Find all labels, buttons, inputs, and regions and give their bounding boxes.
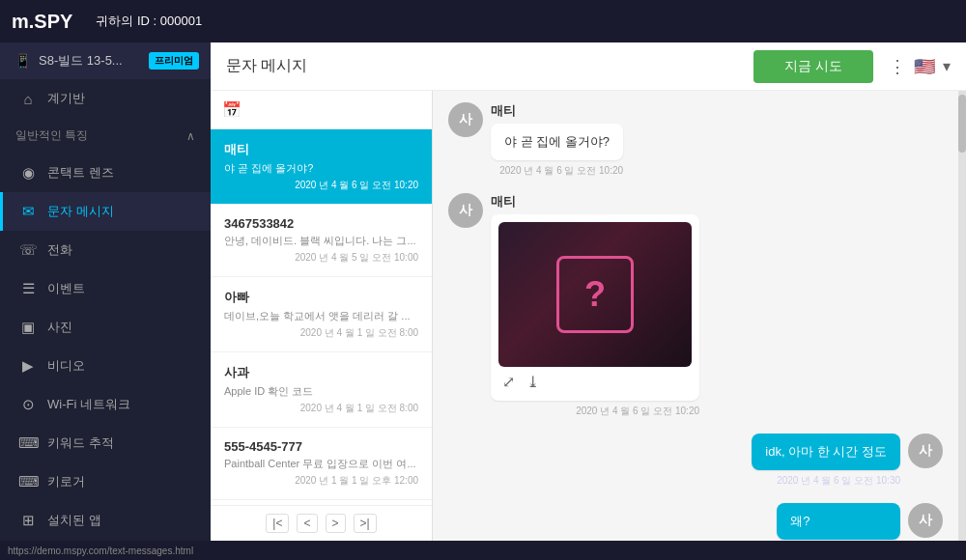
device-label: S8-빌드 13-5... xyxy=(39,52,149,70)
conv-item[interactable]: 아빠 데이브,오늘 학교에서 앳을 데리러 갈 ... 2020 년 4 월 1… xyxy=(211,277,432,352)
logo-spy: SPY xyxy=(34,11,72,32)
device-icon: 📱 xyxy=(14,53,31,69)
conv-item[interactable]: 매티 야 곧 집에 올거야? 2020 년 4 월 6 일 오전 10:20 xyxy=(211,129,432,205)
first-page-button[interactable]: |< xyxy=(266,514,289,533)
page-title: 문자 메시지 xyxy=(226,56,753,76)
sidebar-item-wifi[interactable]: ⊙ Wi-Fi 네트워크 xyxy=(0,385,211,424)
conv-name: 아빠 xyxy=(224,289,418,306)
photos-icon: ▣ xyxy=(18,319,38,336)
device-item[interactable]: 📱 S8-빌드 13-5... 프리미엄 xyxy=(0,42,211,79)
image-actions: ⤢ ⤓ xyxy=(498,367,692,393)
scrollbar-thumb xyxy=(958,95,966,153)
home-icon: ⌂ xyxy=(18,91,38,107)
sidebar-item-video[interactable]: ▶ 비디오 xyxy=(0,347,211,385)
video-icon: ▶ xyxy=(18,357,38,375)
sidebar-item-label: 키워드 추적 xyxy=(47,434,114,452)
sidebar-item-label: 설치된 앱 xyxy=(47,512,101,529)
sidebar-item-label: 키로거 xyxy=(47,473,85,490)
calls-icon: ☏ xyxy=(18,241,38,259)
avatar: 사 xyxy=(908,434,943,468)
conv-time: 2020 년 1 월 1 일 오후 12:00 xyxy=(224,474,418,488)
msg-time: 2020 년 4 월 6 일 오전 10:20 xyxy=(491,164,623,178)
content-area: 문자 메시지 지금 시도 ⋮ 🇺🇸 ▾ 📅 매티 야 곧 집에 올거야? xyxy=(211,42,966,541)
next-page-button[interactable]: > xyxy=(326,514,346,533)
sidebar-item-label: 전화 xyxy=(47,241,72,259)
sidebar-item-dashboard[interactable]: ⌂ 계기반 xyxy=(0,79,211,118)
conv-name: 3467533842 xyxy=(224,216,418,231)
topbar-actions: ⋮ 🇺🇸 ▾ xyxy=(889,56,951,77)
msg-image-placeholder xyxy=(498,222,692,367)
msg-bubble: 야 곧 집에 올거야? xyxy=(491,124,623,160)
wifi-icon: ⊙ xyxy=(18,396,38,413)
conv-name: 555-4545-777 xyxy=(224,439,418,454)
conv-item[interactable]: 3467533842 안녕, 데이비드. 블랙 씨입니다. 나는 그... 20… xyxy=(211,205,432,277)
conv-name: 사과 xyxy=(224,364,418,381)
msg-sender: 매티 xyxy=(491,102,623,120)
conversation-list: 📅 매티 야 곧 집에 올거야? 2020 년 4 월 6 일 오전 10:20… xyxy=(211,91,433,541)
last-page-button[interactable]: >| xyxy=(354,514,377,533)
msg-row: 사 idk, 아마 한 시간 정도 2020 년 4 월 6 일 오전 10:3… xyxy=(448,434,943,488)
contacts-icon: ◉ xyxy=(18,164,38,182)
logo-m: m. xyxy=(12,11,34,32)
calendar-icon[interactable]: 📅 xyxy=(222,100,242,119)
dots-icon[interactable]: ⋮ xyxy=(889,56,906,77)
message-panel: 사 매티 야 곧 집에 올거야? 2020 년 4 월 6 일 오전 10:20… xyxy=(433,91,958,541)
msg-bubble: idk, 아마 한 시간 정도 xyxy=(752,434,900,470)
conv-preview: 안녕, 데이비드. 블랙 씨입니다. 나는 그... xyxy=(224,234,418,248)
avatar: 사 xyxy=(448,193,483,228)
sidebar-item-keylogger[interactable]: ⌨ 키로거 xyxy=(0,462,211,501)
logo: m.SPY xyxy=(12,11,72,33)
flag-icon[interactable]: 🇺🇸 xyxy=(914,56,935,77)
sidebar-item-photos[interactable]: ▣ 사진 xyxy=(0,308,211,347)
sidebar-item-keywords[interactable]: ⌨ 키워드 추적 xyxy=(0,424,211,462)
sidebar-item-events[interactable]: ☰ 이벤트 xyxy=(0,269,211,308)
message-panel-inner: 사 매티 야 곧 집에 올거야? 2020 년 4 월 6 일 오전 10:20… xyxy=(433,91,958,541)
sidebar-item-label: 계기반 xyxy=(47,90,85,107)
conv-time: 2020 년 4 월 1 일 오전 8:00 xyxy=(224,402,418,415)
events-icon: ☰ xyxy=(18,280,38,297)
conv-time: 2020 년 4 월 1 일 오전 8:00 xyxy=(224,326,418,340)
conv-preview: Paintball Center 무료 입장으로 이번 여... xyxy=(224,457,418,471)
conv-name: 매티 xyxy=(224,141,418,158)
conv-list-header: 📅 xyxy=(211,91,432,129)
sidebar-item-label: 이벤트 xyxy=(47,280,85,297)
msg-row: 사 매티 야 곧 집에 올거야? 2020 년 4 월 6 일 오전 10:20 xyxy=(448,102,943,178)
section-label: 일반적인 특징 xyxy=(15,127,88,144)
sidebar-item-label: 문자 메시지 xyxy=(47,203,114,220)
question-mark-sign xyxy=(556,256,634,333)
sidebar: 📱 S8-빌드 13-5... 프리미엄 ⌂ 계기반 일반적인 특징 ∧ ◉ 콘… xyxy=(0,42,211,541)
msg-time: 2020 년 4 월 6 일 오전 10:20 xyxy=(491,405,699,418)
conv-time: 2020 년 4 월 5 일 오전 10:00 xyxy=(224,251,418,265)
sidebar-item-contacts[interactable]: ◉ 콘택트 렌즈 xyxy=(0,154,211,192)
conv-list-footer: |< < > >| xyxy=(211,505,432,541)
conv-time: 2020 년 4 월 6 일 오전 10:20 xyxy=(224,179,418,192)
collapse-icon[interactable]: ∧ xyxy=(186,129,195,143)
conv-item[interactable]: 555-4545-777 Paintball Center 무료 입장으로 이번… xyxy=(211,428,432,500)
status-url: https://demo.mspy.com/text-messages.html xyxy=(8,546,193,556)
keylogger-icon: ⌨ xyxy=(18,473,38,490)
conv-item[interactable]: 사과 Apple ID 확인 코드 2020 년 4 월 1 일 오전 8:00 xyxy=(211,352,432,428)
user-id: 귀하의 ID : 000001 xyxy=(96,13,954,30)
content-topbar: 문자 메시지 지금 시도 ⋮ 🇺🇸 ▾ xyxy=(211,42,966,91)
msg-bubble-wrap: 왜? 2020 년 4 월 6 일 오전 10:31 xyxy=(777,503,900,541)
msg-sender: 매티 xyxy=(491,193,699,210)
chevron-icon[interactable]: ▾ xyxy=(943,57,951,75)
avatar: 사 xyxy=(908,503,943,538)
status-bar: https://demo.mspy.com/text-messages.html xyxy=(0,541,966,560)
try-now-button[interactable]: 지금 시도 xyxy=(753,50,873,83)
avatar: 사 xyxy=(448,102,483,137)
sidebar-item-label: 사진 xyxy=(47,319,72,336)
top-bar: m.SPY 귀하의 ID : 000001 xyxy=(0,0,966,42)
conv-preview: 야 곧 집에 올거야? xyxy=(224,161,418,176)
download-image-button[interactable]: ⤓ xyxy=(526,373,539,391)
sidebar-item-apps[interactable]: ⊞ 설치된 앱 xyxy=(0,501,211,540)
nav-section-header: 일반적인 특징 ∧ xyxy=(0,118,211,154)
sidebar-item-calls[interactable]: ☏ 전화 xyxy=(0,231,211,269)
sidebar-item-label: 콘택트 렌즈 xyxy=(47,164,114,182)
sidebar-item-messages[interactable]: ✉ 문자 메시지 xyxy=(0,192,211,231)
prev-page-button[interactable]: < xyxy=(297,514,317,533)
scrollbar[interactable] xyxy=(958,91,966,541)
expand-image-button[interactable]: ⤢ xyxy=(502,373,515,391)
sidebar-item-label: Wi-Fi 네트워크 xyxy=(47,396,130,413)
messages-icon: ✉ xyxy=(18,203,38,220)
